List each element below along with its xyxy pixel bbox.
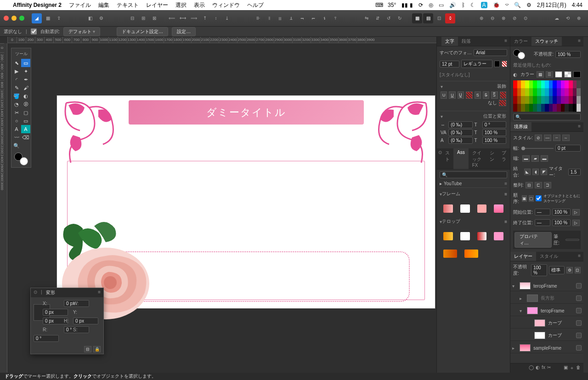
volume-icon[interactable]: 🔊 [449, 2, 456, 8]
lock-icon[interactable]: 🔒 [93, 346, 101, 352]
bool-sub-icon[interactable]: ⊖ [487, 13, 498, 23]
transparency-tool[interactable]: ◔ [12, 100, 21, 108]
menu-help[interactable]: ヘルプ [247, 1, 264, 9]
layer-row[interactable]: ▾teropFrame [510, 306, 583, 316]
panel-menu-icon[interactable]: ≡ [575, 122, 583, 131]
dist-6-icon[interactable]: ⫭ [308, 13, 318, 23]
layer-row[interactable]: ▾teropFrame [510, 281, 583, 291]
scale-with-obj-checkbox[interactable] [536, 195, 542, 201]
double-underline-btn[interactable]: U [449, 91, 455, 99]
baseline-input[interactable]: (0 ‰) [448, 137, 472, 144]
layer-row[interactable]: ▸sampleFrame [510, 343, 583, 353]
layer-visibility-toggle[interactable] [576, 320, 582, 326]
layer-name[interactable]: teropFrame [541, 308, 565, 313]
persona-designer-icon[interactable]: ◢ [32, 13, 42, 23]
display-icon[interactable]: ▭ [439, 2, 444, 8]
stroke-properties-button[interactable]: プロパティ… [514, 232, 552, 248]
panel-menu-icon[interactable]: ≡ [98, 289, 101, 296]
align-left-icon[interactable]: ⟸ [167, 13, 177, 23]
tab-stroke[interactable]: 境界線 [510, 122, 531, 131]
asset-frame-4[interactable] [494, 204, 503, 213]
asset-telop-2[interactable] [460, 232, 470, 240]
layer-name[interactable]: カーブ [548, 320, 562, 326]
layer-crop-icon[interactable]: ✂ [547, 365, 551, 371]
fill-tool[interactable]: 🪣 [12, 92, 21, 100]
arrow-end-btn[interactable]: ▷ [572, 220, 580, 226]
snap-grid-icon[interactable]: ▦ [412, 13, 422, 23]
swatch-opacity-input[interactable]: 100 % [555, 51, 581, 58]
crop-tool[interactable]: ✂ [12, 108, 21, 117]
asset-frame-1[interactable] [443, 204, 453, 213]
layer-opacity-input[interactable]: 100 % [531, 264, 547, 276]
tab-brushes[interactable]: ブラ [498, 148, 510, 169]
tab-layers[interactable]: レイヤー [510, 252, 536, 261]
menu-window[interactable]: ウィンドウ [212, 1, 240, 9]
spotlight-icon[interactable]: 🔍 [514, 2, 521, 8]
assets-cat-menu-icon[interactable]: ≡ [504, 181, 507, 186]
minimize-window-button[interactable] [11, 16, 17, 21]
w-input[interactable]: 0 px [43, 309, 68, 316]
move-tool[interactable]: ⬉ [12, 59, 21, 67]
tab-character[interactable]: 文字 [441, 37, 458, 46]
stroke-width-input[interactable]: 0 pt [555, 145, 581, 152]
dist-3-icon[interactable]: ⫼ [275, 13, 285, 23]
align-middle-icon[interactable]: ↕ [211, 13, 221, 23]
layer-visibility-toggle[interactable] [576, 308, 582, 313]
dist-7-icon[interactable]: ⫮ [319, 13, 329, 23]
asset-telop-5[interactable] [443, 250, 457, 258]
assets-search-input[interactable] [440, 171, 507, 178]
layer-visibility-toggle[interactable] [576, 283, 582, 289]
dist-1-icon[interactable]: ⊪ [253, 13, 263, 23]
dash-underline-btn[interactable]: U̲ [458, 91, 464, 99]
char-rot-input[interactable]: 0 ° [482, 121, 506, 128]
arrange-icon[interactable]: ◧ [85, 13, 95, 23]
layer-visibility-toggle[interactable] [576, 345, 582, 351]
title-banner[interactable]: ダミータイトル [129, 100, 364, 125]
pan-tool[interactable] [21, 142, 30, 150]
rotate-cw-icon[interactable]: ↻ [395, 13, 405, 23]
tab-quickfx[interactable]: クイックFX [469, 148, 486, 169]
autoselect-dropdown[interactable]: デフォルト [63, 27, 100, 36]
align-center-btn[interactable]: ⊟ [526, 182, 533, 188]
bug-icon[interactable]: 🐞 [493, 2, 500, 8]
color-wells[interactable] [14, 153, 28, 165]
pencil-tool[interactable]: ✎ [12, 84, 21, 92]
bool-div-icon[interactable]: ⊙ [520, 13, 531, 23]
magnet-snap-icon[interactable]: ⧲ [445, 13, 455, 23]
align-inside-btn[interactable]: ⊏ [535, 182, 542, 188]
tab-color[interactable]: カラー [510, 37, 531, 46]
canvas-viewport[interactable]: 0100200300400500600700800900100011001200… [0, 37, 436, 373]
autoselect-checkbox[interactable] [31, 28, 37, 34]
sync2-icon[interactable]: ⟲ [563, 13, 573, 23]
wifi-icon[interactable]: ⌔ [505, 2, 509, 8]
temperature[interactable]: 35° [388, 2, 396, 8]
double-strike-btn[interactable]: S̶ [483, 91, 489, 99]
swatch-none[interactable] [555, 71, 562, 78]
cap-square-btn[interactable]: ▬ [541, 155, 548, 162]
align-outside-btn[interactable]: ⊐ [544, 182, 551, 188]
persona-pixel-icon[interactable]: ▦ [43, 13, 53, 23]
align-center-h-icon[interactable]: ⟷ [178, 13, 188, 23]
join-round-btn[interactable]: ◖ [532, 169, 539, 175]
swatch-black[interactable] [573, 71, 581, 78]
art-text-tool[interactable]: A [12, 125, 21, 133]
bluetooth-icon[interactable]: ᛒ [462, 2, 465, 8]
h-input[interactable]: 0 px [73, 318, 98, 324]
dist-5-icon[interactable]: ⫬ [297, 13, 307, 23]
panel-menu-icon[interactable]: ≡ [575, 37, 583, 46]
menu-layer[interactable]: レイヤー [146, 1, 168, 9]
flourish-top-right[interactable] [371, 98, 430, 167]
align-1-icon[interactable]: ⊟ [127, 13, 137, 23]
strike-btn[interactable]: S [475, 91, 481, 99]
assets-category-youtube[interactable]: YouTube [444, 181, 462, 186]
join-bevel-btn[interactable]: ◤ [541, 169, 547, 175]
char-vscale-input[interactable]: 100 % [482, 137, 506, 144]
layer-visibility-toggle[interactable] [576, 295, 582, 301]
preferences-button[interactable]: 設定… [172, 27, 196, 36]
align-2-icon[interactable]: ⊞ [138, 13, 148, 23]
artboard[interactable]: ダミータイトル [57, 96, 435, 308]
stroke-brush-btn[interactable]: ～ [562, 135, 570, 141]
layer-fx-icon[interactable]: fx [542, 365, 545, 371]
bool-int-icon[interactable]: ⊗ [498, 13, 509, 23]
dist-8-icon[interactable]: ⫯ [330, 13, 340, 23]
